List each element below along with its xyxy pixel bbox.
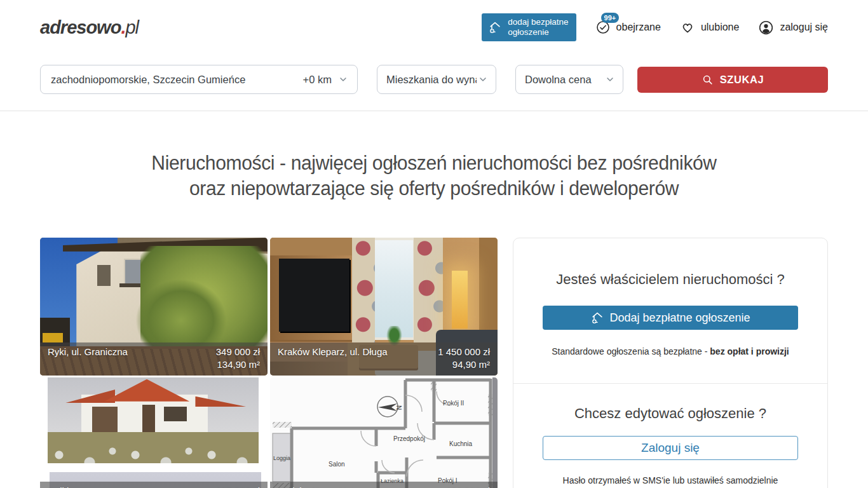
listing-title: Dalki <box>48 485 69 488</box>
listing-area: 134,90 m² <box>48 358 260 371</box>
listing-price: 349 000 zł <box>216 346 260 358</box>
radius-value: +0 km <box>303 74 332 86</box>
listing-caption: Kraków Kleparz, ul. Długa 1 450 000 zł 9… <box>270 342 498 376</box>
listing-caption: Dalki 895 000 zł <box>40 482 268 488</box>
listing-price: 895 000 zł <box>216 485 260 488</box>
owner-section: Jesteś właścicielem nieruchomości ? Doda… <box>513 238 827 383</box>
room-label: Salon <box>329 461 345 468</box>
page-title: Nieruchomości - najwięcej ogłoszeń nieru… <box>13 151 855 201</box>
favorites-link[interactable]: ulubione <box>680 20 740 35</box>
login-label: zaloguj się <box>780 22 828 33</box>
room-label: Loggia <box>273 455 290 461</box>
login-link[interactable]: zaloguj się <box>758 20 828 36</box>
property-type-value: Mieszkania do wynajęcia <box>386 74 477 86</box>
listing-area: 94,90 m² <box>278 358 490 371</box>
listing-price: 1 450 000 zł <box>438 346 490 358</box>
logo[interactable]: adresowo.pl <box>40 17 139 38</box>
favorites-label: ulubione <box>701 22 740 33</box>
search-bar: zachodniopomorskie, Szczecin Gumieńce +0… <box>0 55 868 111</box>
house-plus-icon <box>590 311 604 325</box>
edit-heading: Chcesz edytować ogłoszenie ? <box>543 405 798 422</box>
room-label: Pokój II <box>443 400 464 407</box>
listing-title: Ryki, ul. Graniczna <box>48 346 128 358</box>
login-cta-button[interactable]: Zaloguj się <box>543 436 798 460</box>
owner-note: Standardowe ogłoszenia są bezpłatne - be… <box>543 346 798 356</box>
location-input[interactable]: zachodniopomorskie, Szczecin Gumieńce +0… <box>40 65 358 94</box>
svg-text:N: N <box>395 405 402 410</box>
room-label: Kuchnia <box>449 440 473 447</box>
property-type-select[interactable]: Mieszkania do wynajęcia <box>377 65 496 94</box>
price-select[interactable]: Dowolna cena <box>515 65 623 94</box>
floor-plan-image: N Pokój II Przedpokój Kuchnia Salon Logg… <box>270 377 498 488</box>
viewed-link[interactable]: 99+ obejrzane <box>595 20 661 35</box>
listing-caption: Kraków Nowa Huta, os. 600 000 zł <box>270 482 498 488</box>
add-listing-cta-button[interactable]: Dodaj bezpłatne ogłoszenie <box>543 306 798 330</box>
user-circle-icon <box>758 20 774 36</box>
house-plus-icon <box>488 20 502 34</box>
search-button-label: SZUKAJ <box>720 74 764 86</box>
add-listing-button[interactable]: dodaj bezpłatne ogłoszenie <box>482 13 576 41</box>
location-value: zachodniopomorskie, Szczecin Gumieńce <box>51 74 245 86</box>
chevron-down-icon <box>605 74 615 85</box>
viewed-count-badge: 99+ <box>601 13 620 23</box>
search-button[interactable]: SZUKAJ <box>637 67 828 93</box>
listing-photo <box>40 377 268 488</box>
price-value: Dowolna cena <box>525 74 592 86</box>
chevron-down-icon <box>338 74 348 85</box>
listing-card[interactable]: Dalki 895 000 zł <box>40 377 268 488</box>
edit-section: Chcesz edytować ogłoszenie ? Zaloguj się… <box>513 384 827 488</box>
logo-brand: adresowo <box>40 17 121 37</box>
magnifier-icon <box>702 74 714 86</box>
check-circle-icon: 99+ <box>595 20 611 35</box>
listing-card[interactable]: N Pokój II Przedpokój Kuchnia Salon Logg… <box>270 377 498 488</box>
listing-title: Kraków Kleparz, ul. Długa <box>278 346 388 358</box>
sidebar: Jesteś właścicielem nieruchomości ? Doda… <box>513 238 828 488</box>
heart-icon <box>680 20 695 35</box>
header-actions: dodaj bezpłatne ogłoszenie 99+ obejrzane… <box>482 13 828 41</box>
viewed-label: obejrzane <box>616 22 661 33</box>
site-header: adresowo.pl dodaj bezpłatne ogłoszenie 9… <box>0 0 868 55</box>
logo-tld: pl <box>125 17 139 37</box>
listing-title: Kraków Nowa Huta, os. <box>278 485 377 488</box>
add-listing-cta-label: Dodaj bezpłatne ogłoszenie <box>609 311 750 325</box>
listing-card[interactable]: Kraków Kleparz, ul. Długa 1 450 000 zł 9… <box>270 238 498 376</box>
owner-heading: Jesteś właścicielem nieruchomości ? <box>543 271 798 288</box>
add-listing-label: dodaj bezpłatne ogłoszenie <box>508 17 568 37</box>
edit-note: Hasło otrzymałeś w SMS'ie lub ustawiłeś … <box>543 475 798 485</box>
listing-price: 600 000 zł <box>446 485 490 488</box>
room-label: Przedpokój <box>393 435 425 442</box>
listing-card[interactable]: Ryki, ul. Graniczna 349 000 zł 134,90 m² <box>40 238 268 376</box>
listings-grid: Ryki, ul. Graniczna 349 000 zł 134,90 m² <box>40 238 498 488</box>
listing-caption: Ryki, ul. Graniczna 349 000 zł 134,90 m² <box>40 342 268 376</box>
main-content: Nieruchomości - najwięcej ogłoszeń nieru… <box>0 151 868 488</box>
chevron-down-icon <box>478 74 488 85</box>
